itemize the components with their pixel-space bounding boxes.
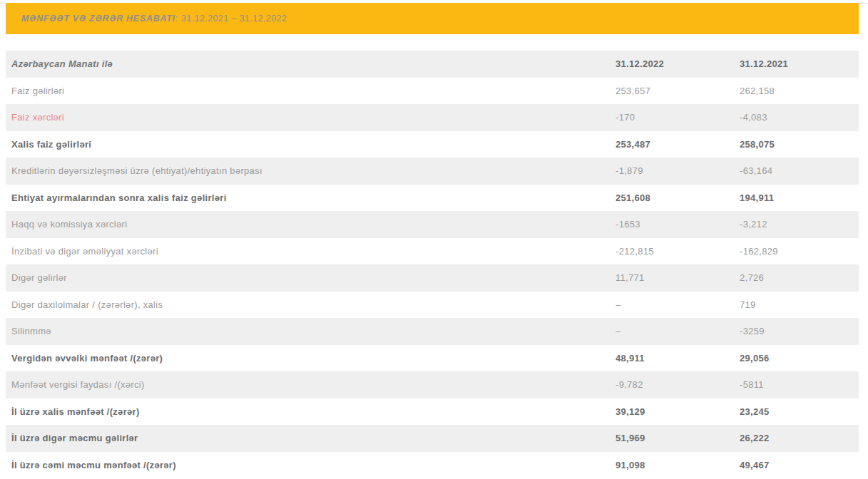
table-row: Kreditlərin dəyərsizləşməsi üzrə (ehtiya…	[6, 158, 859, 185]
currency-note: Azərbaycan Manatı ilə	[11, 58, 616, 69]
value-2021: -5811	[740, 379, 859, 390]
value-2021: 262,158	[740, 86, 859, 96]
value-2021: 49,467	[740, 460, 859, 470]
row-label: Digər gəlirlər	[11, 272, 616, 283]
table-row: Haqq və komissiya xərcləri-1653-3,212	[6, 211, 859, 238]
value-2021: -63,164	[740, 165, 859, 176]
row-label: İl üzrə cəmi məcmu mənfəət /(zərər)	[11, 460, 616, 470]
value-2021: 29,056	[740, 353, 859, 364]
value-2021: -4,083	[740, 112, 859, 123]
row-label: Haqq və komissiya xərcləri	[11, 219, 616, 230]
report-banner: MƏNFƏƏT VƏ ZƏRƏR HESABATI: 31.12.2021 – …	[6, 3, 859, 34]
table-row: İl üzrə digər məcmu gəlirlər51,96926,222	[6, 425, 859, 452]
row-label: İnzibati və digər əməliyyat xərcləri	[11, 246, 616, 257]
table-row: Digər gəlirlər11,7712,726	[6, 264, 859, 292]
value-2022: -212,815	[616, 246, 740, 257]
value-2021: 258,075	[740, 139, 859, 150]
table-row: Faiz gəlirləri253,657262,158	[6, 78, 859, 105]
report-period: 31.12.2021 – 31.12.2022	[181, 14, 287, 24]
column-header-2022: 31.12.2022	[616, 58, 740, 69]
table-row: Silinmmə–-3259	[6, 318, 859, 345]
row-label: Faiz xərcləri	[11, 112, 616, 123]
column-header-2021: 31.12.2021	[740, 58, 859, 69]
value-2021: 719	[740, 299, 859, 310]
table-row: Digər daxilolmalar / (zərərlər), xalis–7…	[6, 292, 859, 319]
table-row: İl üzrə xalis mənfəət /(zərər)39,12923,2…	[6, 398, 859, 426]
value-2022: -9,782	[616, 379, 740, 390]
row-label: Faiz gəlirləri	[11, 86, 616, 96]
table-row: Mənfəət vergisi faydası /(xərci)-9,782-5…	[6, 371, 859, 398]
value-2022: 11,771	[616, 272, 740, 283]
row-label: Digər daxilolmalar / (zərərlər), xalis	[11, 299, 616, 310]
table-row: Xalis faiz gəlirləri253,487258,075	[6, 131, 859, 158]
value-2022: 39,129	[616, 406, 740, 417]
value-2022: 51,969	[616, 433, 740, 443]
value-2022: 251,608	[616, 192, 740, 203]
row-label: Silinmmə	[11, 326, 616, 336]
row-label: Xalis faiz gəlirləri	[11, 139, 616, 150]
value-2022: -170	[616, 112, 740, 123]
report-title: MƏNFƏƏT VƏ ZƏRƏR HESABATI	[21, 14, 175, 24]
value-2022: 48,911	[616, 353, 740, 364]
value-2021: -3259	[740, 326, 859, 336]
value-2021: 26,222	[740, 433, 859, 443]
table-header-row: Azərbaycan Manatı ilə 31.12.2022 31.12.2…	[6, 51, 859, 78]
table-row: Ehtiyat ayırmalarından sonra xalis faiz …	[6, 185, 859, 212]
value-2021: -162,829	[740, 246, 859, 257]
profit-loss-table: Azərbaycan Manatı ilə 31.12.2022 31.12.2…	[6, 51, 859, 478]
value-2021: 194,911	[740, 192, 859, 203]
value-2022: -1,879	[616, 165, 740, 176]
value-2022: 91,098	[616, 460, 740, 470]
value-2022: –	[616, 326, 740, 336]
row-label: Vergidən əvvəlki mənfəət /(zərər)	[11, 353, 616, 364]
row-label: Kreditlərin dəyərsizləşməsi üzrə (ehtiya…	[11, 165, 616, 176]
value-2021: -3,212	[740, 219, 859, 230]
table-row: İl üzrə cəmi məcmu mənfəət /(zərər)91,09…	[6, 452, 859, 479]
row-label: İl üzrə xalis mənfəət /(zərər)	[11, 406, 616, 417]
value-2022: –	[616, 299, 740, 310]
table-row: İnzibati və digər əməliyyat xərcləri-212…	[6, 238, 859, 265]
value-2021: 23,245	[740, 406, 859, 417]
table-row: Faiz xərcləri-170-4,083	[6, 104, 859, 131]
row-label: Mənfəət vergisi faydası /(xərci)	[11, 379, 616, 390]
row-label: İl üzrə digər məcmu gəlirlər	[11, 433, 616, 443]
row-label: Ehtiyat ayırmalarından sonra xalis faiz …	[11, 192, 616, 203]
value-2022: 253,487	[616, 139, 740, 150]
value-2021: 2,726	[740, 272, 859, 283]
value-2022: 253,657	[616, 86, 740, 96]
value-2022: -1653	[616, 219, 740, 230]
report-title-separator: :	[175, 14, 178, 24]
table-row: Vergidən əvvəlki mənfəət /(zərər)48,9112…	[6, 345, 859, 372]
